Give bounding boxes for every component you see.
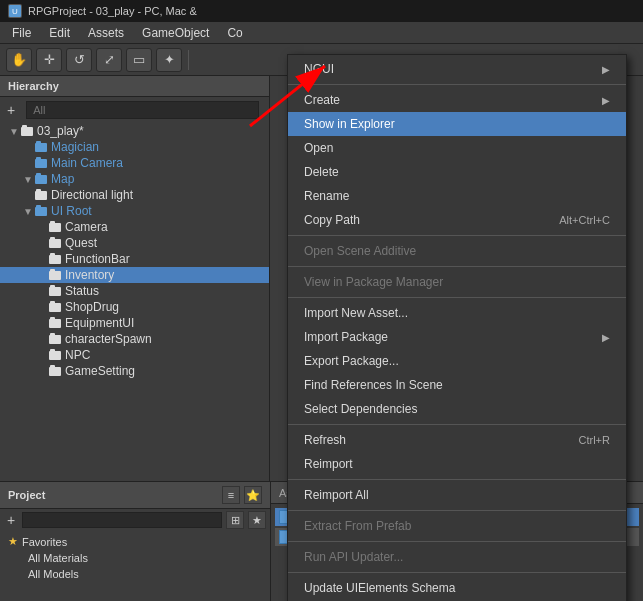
hierarchy-item-15[interactable]: GameSetting <box>0 363 269 379</box>
svg-rect-22 <box>49 287 61 296</box>
ctx-separator-sep2 <box>288 235 626 236</box>
svg-rect-25 <box>50 301 55 304</box>
svg-rect-4 <box>35 143 47 152</box>
menu-bar: FileEditAssetsGameObjectCo <box>0 22 643 44</box>
ctx-label: Select Dependencies <box>304 402 417 416</box>
project-sort-button[interactable]: ★ <box>248 511 266 529</box>
svg-rect-6 <box>35 159 47 168</box>
ctx-item-refresh[interactable]: RefreshCtrl+R <box>288 428 626 452</box>
transform-tool-button[interactable]: ✦ <box>156 48 182 72</box>
ctx-item-import-package[interactable]: Import Package▶ <box>288 325 626 349</box>
ctx-item-delete[interactable]: Delete <box>288 160 626 184</box>
hierarchy-item-2[interactable]: Main Camera <box>0 155 269 171</box>
tree-item-label: Status <box>65 284 99 298</box>
menu-item-gameobject[interactable]: GameObject <box>134 24 217 42</box>
ctx-label: Extract From Prefab <box>304 519 411 533</box>
rect-tool-button[interactable]: ▭ <box>126 48 152 72</box>
tree-item-icon <box>20 124 34 138</box>
hierarchy-item-10[interactable]: Status <box>0 283 269 299</box>
ctx-item-find-references[interactable]: Find References In Scene <box>288 373 626 397</box>
ctx-label: Export Package... <box>304 354 399 368</box>
hierarchy-item-0[interactable]: ▼ 03_play* <box>0 123 269 139</box>
svg-rect-26 <box>49 319 61 328</box>
ctx-item-import-new-asset[interactable]: Import New Asset... <box>288 301 626 325</box>
ctx-item-extract-from-prefab: Extract From Prefab <box>288 514 626 538</box>
ctx-label: Find References In Scene <box>304 378 443 392</box>
tree-item-icon <box>48 348 62 362</box>
ctx-label: Import Package <box>304 330 388 344</box>
hierarchy-item-8[interactable]: FunctionBar <box>0 251 269 267</box>
hierarchy-add-button[interactable]: + <box>4 102 18 118</box>
project-filter-button[interactable]: ⊞ <box>226 511 244 529</box>
ctx-item-reimport[interactable]: Reimport <box>288 452 626 476</box>
hierarchy-item-7[interactable]: Quest <box>0 235 269 251</box>
menu-item-assets[interactable]: Assets <box>80 24 132 42</box>
ctx-item-open[interactable]: Open <box>288 136 626 160</box>
ctx-label: Copy Path <box>304 213 360 227</box>
menu-item-co[interactable]: Co <box>219 24 250 42</box>
context-menu: NGUI▶Create▶Show in ExplorerOpenDeleteRe… <box>287 54 627 601</box>
project-panel-settings-button[interactable]: ≡ <box>222 486 240 504</box>
move-tool-button[interactable]: ✛ <box>36 48 62 72</box>
hierarchy-item-6[interactable]: Camera <box>0 219 269 235</box>
hierarchy-item-12[interactable]: EquipmentUI <box>0 315 269 331</box>
hierarchy-item-11[interactable]: ShopDrug <box>0 299 269 315</box>
ctx-separator-sep6 <box>288 479 626 480</box>
ctx-arrow-right: ▶ <box>602 64 610 75</box>
tree-item-label: ShopDrug <box>65 300 119 314</box>
ctx-separator-sep5 <box>288 424 626 425</box>
ctx-item-select-dependencies[interactable]: Select Dependencies <box>288 397 626 421</box>
hierarchy-search-input[interactable] <box>26 101 259 119</box>
tree-item-label: characterSpawn <box>65 332 152 346</box>
hierarchy-item-4[interactable]: Directional light <box>0 187 269 203</box>
ctx-separator-sep4 <box>288 297 626 298</box>
tree-item-icon <box>34 172 48 186</box>
hierarchy-item-3[interactable]: ▼ Map <box>0 171 269 187</box>
svg-rect-15 <box>50 221 55 224</box>
ctx-label: Create <box>304 93 340 107</box>
ctx-item-show-in-explorer[interactable]: Show in Explorer <box>288 112 626 136</box>
ctx-label: Refresh <box>304 433 346 447</box>
hierarchy-item-5[interactable]: ▼ UI Root <box>0 203 269 219</box>
svg-rect-29 <box>50 333 55 336</box>
favorites-header[interactable]: ★ Favorites <box>8 533 262 550</box>
hierarchy-item-9[interactable]: Inventory <box>0 267 269 283</box>
favorites-section: ★ Favorites All Materials All Models <box>0 531 270 584</box>
ctx-item-rename[interactable]: Rename <box>288 184 626 208</box>
tree-item-label: Inventory <box>65 268 114 282</box>
svg-rect-21 <box>50 269 55 272</box>
ctx-item-export-package[interactable]: Export Package... <box>288 349 626 373</box>
tree-item-label: Main Camera <box>51 156 123 170</box>
menu-item-edit[interactable]: Edit <box>41 24 78 42</box>
ctx-item-update-ui-elements[interactable]: Update UIElements Schema <box>288 576 626 600</box>
ctx-item-reimport-all[interactable]: Reimport All <box>288 483 626 507</box>
svg-rect-28 <box>49 335 61 344</box>
svg-rect-8 <box>35 175 47 184</box>
hierarchy-item-14[interactable]: NPC <box>0 347 269 363</box>
tree-item-label: NPC <box>65 348 90 362</box>
hierarchy-item-1[interactable]: Magician <box>0 139 269 155</box>
ctx-label: Reimport All <box>304 488 369 502</box>
hierarchy-title: Hierarchy <box>8 80 59 92</box>
tree-item-label: Map <box>51 172 74 186</box>
svg-rect-32 <box>49 367 61 376</box>
hand-tool-button[interactable]: ✋ <box>6 48 32 72</box>
hierarchy-item-13[interactable]: characterSpawn <box>0 331 269 347</box>
project-search-input[interactable] <box>22 512 222 528</box>
ctx-item-create[interactable]: Create▶ <box>288 88 626 112</box>
rotate-tool-button[interactable]: ↺ <box>66 48 92 72</box>
scale-tool-button[interactable]: ⤢ <box>96 48 122 72</box>
window-title: RPGProject - 03_play - PC, Mac & <box>28 5 197 17</box>
project-panel-search-button[interactable]: ⭐ <box>244 486 262 504</box>
ctx-item-copy-path[interactable]: Copy PathAlt+Ctrl+C <box>288 208 626 232</box>
ctx-arrow-right: ▶ <box>602 332 610 343</box>
ctx-separator-sep3 <box>288 266 626 267</box>
tree-item-icon <box>34 188 48 202</box>
ctx-item-ngui[interactable]: NGUI▶ <box>288 57 626 81</box>
all-models-item[interactable]: All Models <box>8 566 262 582</box>
project-add-button[interactable]: + <box>4 512 18 528</box>
menu-item-file[interactable]: File <box>4 24 39 42</box>
hierarchy-tree: ▼ 03_play* Magician Main Camera▼ Map Dir… <box>0 123 269 481</box>
all-materials-item[interactable]: All Materials <box>8 550 262 566</box>
svg-rect-3 <box>22 125 27 128</box>
